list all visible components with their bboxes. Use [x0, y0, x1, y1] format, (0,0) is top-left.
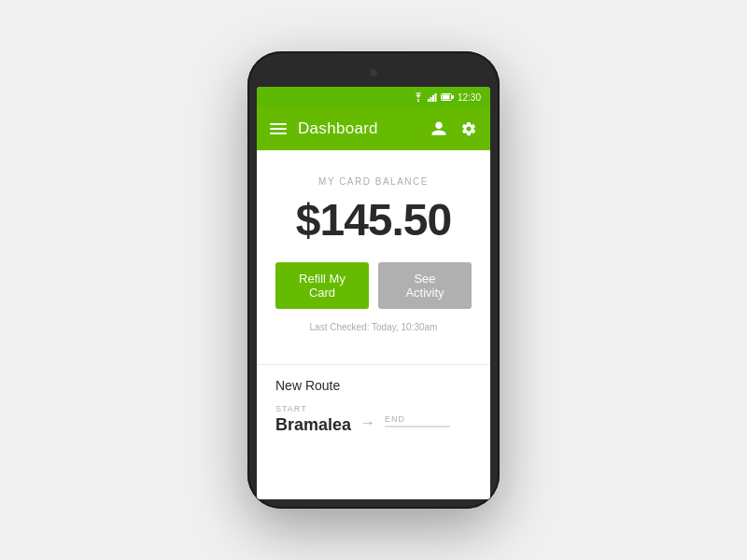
- status-icons: 12:30: [413, 92, 481, 103]
- menu-button[interactable]: [270, 123, 287, 134]
- route-row: START Bramalea → END: [275, 404, 472, 435]
- hamburger-line-2: [270, 128, 287, 130]
- svg-rect-4: [434, 93, 436, 102]
- account-icon[interactable]: [430, 120, 447, 137]
- battery-icon: [441, 93, 454, 101]
- status-time: 12:30: [458, 92, 481, 103]
- wifi-icon: [413, 92, 424, 102]
- svg-rect-1: [428, 99, 430, 102]
- end-value-line: [385, 426, 450, 427]
- screen-content: MY CARD BALANCE $145.50 Refill My Card S…: [257, 150, 490, 499]
- app-bar-title: Dashboard: [298, 119, 419, 138]
- svg-rect-3: [432, 95, 434, 102]
- phone-top-bar: [257, 61, 490, 87]
- route-title: New Route: [275, 378, 472, 393]
- route-start: START Bramalea: [275, 404, 351, 435]
- route-end: END: [385, 414, 450, 435]
- settings-icon[interactable]: [460, 120, 477, 137]
- start-label: START: [275, 404, 351, 413]
- start-value: Bramalea: [275, 415, 351, 435]
- divider: [257, 364, 490, 365]
- phone-device: 12:30 Dashboard: [247, 51, 500, 509]
- balance-amount: $145.50: [296, 194, 452, 245]
- phone-camera: [369, 68, 378, 77]
- end-label: END: [385, 414, 450, 424]
- hamburger-line-1: [270, 123, 287, 125]
- refill-button[interactable]: Refill My Card: [275, 262, 369, 309]
- balance-label: MY CARD BALANCE: [318, 176, 429, 187]
- status-bar: 12:30: [257, 87, 490, 107]
- app-bar: Dashboard: [257, 107, 490, 150]
- svg-rect-6: [442, 95, 449, 100]
- svg-rect-2: [430, 97, 431, 102]
- svg-rect-7: [452, 95, 454, 99]
- action-buttons: Refill My Card See Activity: [275, 262, 472, 309]
- phone-screen: 12:30 Dashboard: [257, 87, 490, 499]
- signal-icon: [428, 92, 437, 102]
- see-activity-button[interactable]: See Activity: [378, 262, 472, 309]
- hamburger-line-3: [270, 133, 287, 134]
- balance-section: MY CARD BALANCE $145.50 Refill My Card S…: [257, 150, 490, 351]
- route-section: New Route START Bramalea → END: [257, 378, 490, 454]
- last-checked: Last Checked: Today, 10:30am: [310, 322, 438, 332]
- app-bar-actions: [430, 120, 477, 137]
- svg-point-0: [417, 101, 419, 103]
- route-arrow-icon: →: [360, 414, 375, 431]
